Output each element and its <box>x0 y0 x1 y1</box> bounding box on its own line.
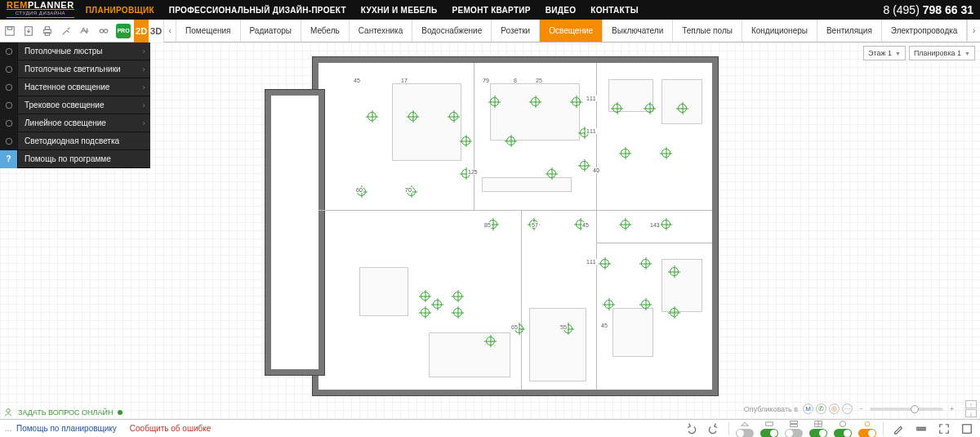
toggle-grid[interactable] <box>809 420 827 438</box>
light-symbol[interactable] <box>678 104 687 113</box>
light-symbol[interactable] <box>421 292 430 301</box>
nav-ремонт ква[interactable]: РЕМОНТ КВАРТИР <box>452 6 531 15</box>
print-icon[interactable] <box>41 25 54 38</box>
svg-rect-0 <box>6 26 15 35</box>
sidebar-item[interactable]: Трековое освещение› <box>0 96 150 114</box>
save-icon[interactable] <box>3 25 16 38</box>
floor-dropdown[interactable]: Этаж 1▼ <box>863 46 906 60</box>
light-symbol[interactable] <box>506 136 515 145</box>
toggle-dims[interactable] <box>760 420 778 438</box>
sidebar-item[interactable]: Светодиодная подсветка <box>0 132 150 150</box>
layers-scroll-left[interactable]: ‹ <box>163 20 176 42</box>
toggle-layers[interactable] <box>785 420 803 438</box>
layers-scroll-right[interactable]: › <box>967 20 980 42</box>
light-symbol[interactable] <box>612 104 621 113</box>
canvas-stage[interactable]: Потолочные люстры›Потолочные светильники… <box>0 42 980 419</box>
light-symbol[interactable] <box>662 149 670 158</box>
toggle-snap[interactable] <box>834 420 852 438</box>
ask-online[interactable]: ЗАДАТЬ ВОПРОС ОНЛАЙН <box>3 408 122 417</box>
layer-tab[interactable]: Помещения <box>176 20 240 42</box>
sidebar-item[interactable]: Потолочные светильники› <box>0 60 150 78</box>
toggle-3d[interactable] <box>736 420 754 438</box>
light-symbol[interactable] <box>453 308 462 317</box>
layer-tab[interactable]: Радиаторы <box>241 20 301 42</box>
social-vk-icon[interactable]: M <box>803 404 813 414</box>
fullscreen-icon[interactable] <box>959 421 975 437</box>
light-symbol[interactable] <box>453 292 462 301</box>
view-3d-button[interactable]: 3D <box>149 20 163 42</box>
tool-b-icon[interactable] <box>78 25 91 38</box>
light-symbol[interactable] <box>670 308 679 317</box>
light-symbol[interactable] <box>604 300 613 309</box>
nav-планировщи[interactable]: ПЛАНИРОВЩИК <box>86 6 154 15</box>
logo[interactable]: REMPLANNER СТУДИЯ ДИЗАЙНА <box>7 2 74 18</box>
layer-tab[interactable]: Теплые полы <box>673 20 742 42</box>
social-extra-icon[interactable]: ◎ <box>829 404 840 414</box>
light-symbol[interactable] <box>621 220 630 229</box>
light-symbol[interactable] <box>645 104 654 113</box>
redo-icon[interactable] <box>706 421 722 437</box>
light-symbol[interactable] <box>641 259 650 268</box>
tool-a-icon[interactable] <box>60 25 73 38</box>
layer-tab[interactable]: Мебель <box>301 20 350 42</box>
layer-tab[interactable]: Кондиционеры <box>742 20 817 42</box>
layer-tab[interactable]: Водоснабжение <box>412 20 492 42</box>
layout-dropdown[interactable]: Планировка 1▼ <box>909 46 975 60</box>
view-2d-button[interactable]: 2D <box>134 20 149 42</box>
social-ok-icon[interactable]: ✆ <box>816 404 826 414</box>
light-symbol[interactable] <box>531 97 540 106</box>
light-symbol[interactable] <box>461 136 470 145</box>
zoom-in-icon[interactable]: ＋ <box>948 404 956 414</box>
nav-профессион[interactable]: ПРОФЕССИОНАЛЬНЫЙ ДИЗАЙН-ПРОЕКТ <box>169 6 346 15</box>
layer-tab[interactable]: Электропроводка <box>882 20 968 42</box>
light-symbol[interactable] <box>486 337 495 346</box>
nav-кухни и ме[interactable]: КУХНИ И МЕБЕЛЬ <box>361 6 438 15</box>
light-symbol[interactable] <box>408 112 417 121</box>
phone-number[interactable]: 8 (495) 798 66 31 <box>883 3 973 16</box>
light-symbol[interactable] <box>662 220 670 229</box>
chevron-down-icon: ▼ <box>895 51 901 56</box>
report-bug-link[interactable]: Сообщить об ошибке <box>130 424 211 433</box>
nav-контакты[interactable]: КОНТАКТЫ <box>590 6 638 15</box>
help-link[interactable]: Помощь по планировщику <box>16 424 117 433</box>
track-light-icon <box>0 96 18 114</box>
tool-c-icon[interactable] <box>97 25 110 38</box>
light-symbol[interactable] <box>621 149 630 158</box>
nudge-up-button[interactable]: ↑ <box>965 400 977 408</box>
layer-tab[interactable]: Освещение <box>540 20 603 42</box>
toggle-lock[interactable] <box>858 420 876 438</box>
light-symbol[interactable] <box>421 308 430 317</box>
floor-plan[interactable]: 1445177982512560701114085574514365554511… <box>318 63 712 390</box>
light-symbol[interactable] <box>368 112 376 121</box>
light-symbol[interactable] <box>670 267 679 276</box>
light-symbol[interactable] <box>449 112 458 121</box>
sidebar-item[interactable]: Настенное освещение› <box>0 78 150 96</box>
sidebar-item[interactable]: ?Помощь по программе <box>0 150 150 168</box>
light-symbol[interactable] <box>641 300 650 309</box>
light-symbol[interactable] <box>490 97 499 106</box>
light-symbol[interactable] <box>433 300 442 309</box>
light-symbol[interactable] <box>572 97 581 106</box>
fit-icon[interactable] <box>936 421 952 437</box>
light-symbol[interactable] <box>547 169 556 178</box>
footer-menu-icon[interactable]: ... <box>0 424 16 433</box>
sidebar-item[interactable]: Линейное освещение› <box>0 114 150 132</box>
sidebar-item[interactable]: Потолочные люстры› <box>0 42 150 60</box>
light-symbol[interactable] <box>600 259 609 268</box>
layer-tab[interactable]: Вентиляция <box>817 20 882 42</box>
zoom-slider[interactable] <box>870 408 943 411</box>
nudge-down-button[interactable]: ↓ <box>965 409 977 417</box>
light-symbol[interactable] <box>580 161 589 170</box>
footer-tools <box>683 420 980 438</box>
edit-icon[interactable] <box>890 421 906 437</box>
pro-badge[interactable]: PRO <box>116 24 131 38</box>
zoom-out-icon[interactable]: － <box>858 404 865 414</box>
layer-tab[interactable]: Розетки <box>492 20 540 42</box>
undo-icon[interactable] <box>683 421 699 437</box>
ruler-icon[interactable] <box>913 421 929 437</box>
export-icon[interactable] <box>22 25 35 38</box>
social-more-icon[interactable]: ⋯ <box>842 404 853 414</box>
layer-tab[interactable]: Выключатели <box>603 20 673 42</box>
layer-tab[interactable]: Сантехника <box>350 20 413 42</box>
nav-видео[interactable]: ВИДЕО <box>546 6 576 15</box>
